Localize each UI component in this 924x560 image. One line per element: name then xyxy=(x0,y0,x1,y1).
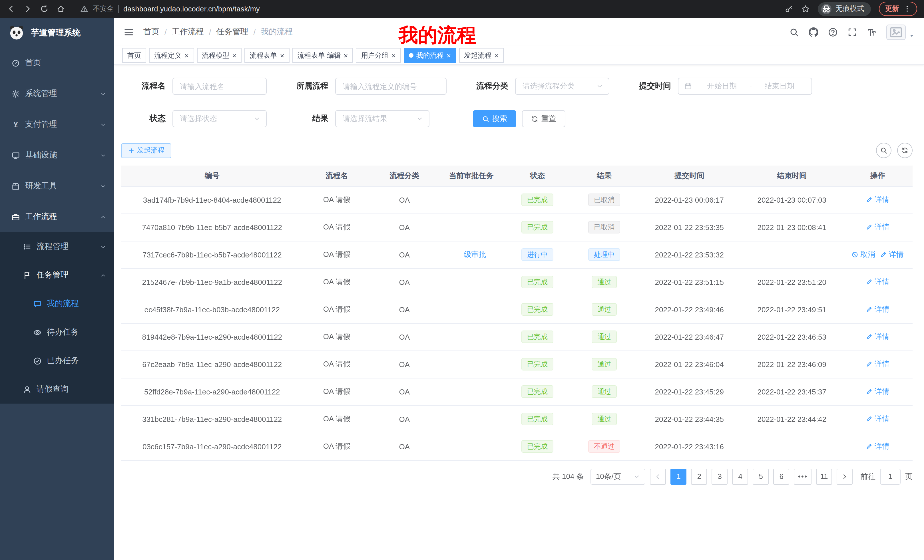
cell-status: 已完成 xyxy=(504,405,571,433)
incognito-icon xyxy=(821,4,831,14)
sidebar-item-home[interactable]: 首页 xyxy=(0,47,114,78)
close-icon[interactable]: × xyxy=(494,52,498,59)
sidebar-item-process-management[interactable]: 流程管理 xyxy=(0,232,114,261)
prev-page-button[interactable] xyxy=(650,469,666,484)
star-icon[interactable] xyxy=(801,4,810,13)
page-button-11[interactable]: 11 xyxy=(816,469,832,484)
forward-icon[interactable] xyxy=(23,4,32,13)
status-select[interactable]: 请选择状态 xyxy=(172,110,267,127)
breadcrumb-item-task-management[interactable]: 任务管理 xyxy=(216,27,248,37)
result-badge: 通过 xyxy=(592,385,617,398)
tab-user-group[interactable]: 用户分组× xyxy=(356,48,401,63)
submit-time-range[interactable]: 开始日期 - 结束日期 xyxy=(678,78,812,95)
refresh-table-button[interactable] xyxy=(897,143,913,158)
sidebar-item-done-tasks[interactable]: 已办任务 xyxy=(0,346,114,375)
tab-process-form[interactable]: 流程表单× xyxy=(244,48,289,63)
detail-action[interactable]: 详情 xyxy=(866,414,890,424)
process-name-input[interactable] xyxy=(172,78,267,95)
tab-start-process[interactable]: 发起流程× xyxy=(459,48,504,63)
user-avatar[interactable] xyxy=(886,24,915,40)
tab-process-definition[interactable]: 流程定义× xyxy=(149,48,194,63)
detail-action[interactable]: 详情 xyxy=(880,250,904,260)
detail-action[interactable]: 详情 xyxy=(866,386,890,397)
column-header-6: 提交时间 xyxy=(638,166,741,186)
fullscreen-icon[interactable] xyxy=(848,27,857,37)
font-size-icon[interactable] xyxy=(867,27,877,37)
tab-process-form-edit[interactable]: 流程表单-编辑× xyxy=(292,48,353,63)
close-icon[interactable]: × xyxy=(184,52,189,59)
page-button-5[interactable]: 5 xyxy=(753,469,769,484)
detail-action[interactable]: 详情 xyxy=(866,195,890,205)
detail-action[interactable]: 详情 xyxy=(866,277,890,287)
page-size-select[interactable]: 10条/页 xyxy=(591,469,646,484)
cell-category: OA xyxy=(370,323,438,350)
close-icon[interactable]: × xyxy=(344,52,348,59)
back-icon[interactable] xyxy=(7,4,15,13)
chevron-up-icon xyxy=(100,272,106,278)
sidebar-item-task-management[interactable]: 任务管理 xyxy=(0,261,114,289)
cell-process-name: OA 请假 xyxy=(303,350,370,378)
menu-dots-icon[interactable] xyxy=(903,5,911,13)
sidebar-item-todo-tasks[interactable]: 待办任务 xyxy=(0,318,114,346)
home-icon[interactable] xyxy=(57,4,65,13)
cell-status: 已完成 xyxy=(504,214,571,241)
result-select[interactable]: 请选择流结果 xyxy=(335,110,429,127)
update-button[interactable]: 更新 xyxy=(879,2,917,16)
result-badge: 处理中 xyxy=(588,248,620,261)
help-icon[interactable] xyxy=(828,27,838,37)
detail-icon xyxy=(866,196,873,203)
sidebar-toggle[interactable] xyxy=(123,27,134,37)
address-bar[interactable]: 不安全 dashboard.yudao.iocoder.cn/bpm/task/… xyxy=(80,4,260,14)
reload-icon[interactable] xyxy=(40,4,48,13)
close-icon[interactable]: × xyxy=(447,52,451,59)
sidebar-item-dev-tools[interactable]: 研发工具 xyxy=(0,171,114,202)
detail-action[interactable]: 详情 xyxy=(866,332,890,342)
tab-home[interactable]: 首页 xyxy=(122,48,146,63)
toggle-search-button[interactable] xyxy=(876,143,891,158)
cancel-action-label: 取消 xyxy=(860,250,875,260)
next-page-button[interactable] xyxy=(837,469,853,484)
sidebar-item-workflow[interactable]: 工作流程 xyxy=(0,202,114,232)
page-button-3[interactable]: 3 xyxy=(712,469,728,484)
create-process-button[interactable]: 发起流程 xyxy=(121,143,171,158)
key-icon[interactable] xyxy=(784,4,793,13)
cell-status: 已完成 xyxy=(504,296,571,323)
search-button[interactable]: 搜索 xyxy=(473,110,516,127)
github-icon[interactable] xyxy=(808,27,818,37)
detail-icon xyxy=(866,416,873,422)
cell-end-time: 2022-01-22 23:46:09 xyxy=(741,350,843,378)
browser-actions: 无痕模式 更新 xyxy=(784,2,917,16)
close-icon[interactable]: × xyxy=(392,52,396,59)
detail-action[interactable]: 详情 xyxy=(866,222,890,232)
reset-button[interactable]: 重置 xyxy=(522,110,566,127)
page-button-6[interactable]: 6 xyxy=(774,469,789,484)
sidebar-item-payment[interactable]: ¥支付管理 xyxy=(0,109,114,140)
current-task-link[interactable]: 一级审批 xyxy=(457,250,486,260)
detail-action[interactable]: 详情 xyxy=(866,441,890,452)
sidebar-item-system[interactable]: 系统管理 xyxy=(0,78,114,109)
pager-ellipsis[interactable]: ••• xyxy=(794,469,812,484)
breadcrumb-item-workflow[interactable]: 工作流程 xyxy=(172,27,204,37)
breadcrumb-item-home[interactable]: 首页 xyxy=(143,27,159,37)
tab-process-model[interactable]: 流程模型× xyxy=(197,48,242,63)
cell-current-task xyxy=(439,350,504,378)
cancel-action[interactable]: 取消 xyxy=(852,250,875,260)
page-button-4[interactable]: 4 xyxy=(732,469,748,484)
tab-my-process[interactable]: 我的流程× xyxy=(404,48,456,63)
goto-page-input[interactable] xyxy=(880,469,901,484)
category-select[interactable]: 请选择流程分类 xyxy=(515,78,609,95)
sidebar-item-my-process[interactable]: 我的流程 xyxy=(0,289,114,318)
detail-action[interactable]: 详情 xyxy=(866,359,890,369)
cell-process-name: OA 请假 xyxy=(303,323,370,350)
sidebar-item-leave-query[interactable]: 请假查询 xyxy=(0,375,114,404)
process-definition-input[interactable] xyxy=(335,78,447,95)
close-icon[interactable]: × xyxy=(232,52,236,59)
detail-action[interactable]: 详情 xyxy=(866,304,890,314)
search-icon[interactable] xyxy=(789,27,799,37)
warning-icon xyxy=(80,4,88,13)
url-text: dashboard.yudao.iocoder.cn/bpm/task/my xyxy=(123,5,260,13)
page-button-2[interactable]: 2 xyxy=(691,469,707,484)
page-button-1[interactable]: 1 xyxy=(671,469,687,484)
close-icon[interactable]: × xyxy=(280,52,284,59)
sidebar-item-infrastructure[interactable]: 基础设施 xyxy=(0,140,114,171)
